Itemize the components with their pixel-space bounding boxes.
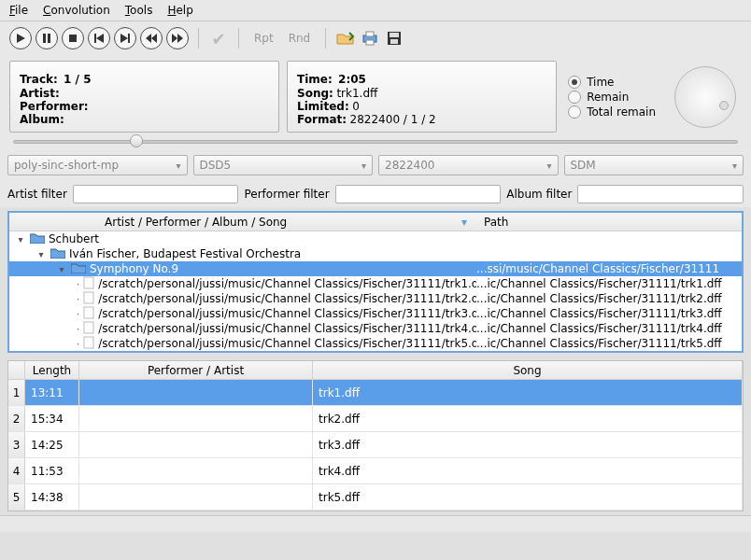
col-performer[interactable]: Performer / Artist	[79, 361, 313, 379]
open-folder-button[interactable]	[335, 28, 356, 49]
playlist-row[interactable]: 514:38trk5.dff	[8, 484, 743, 511]
tree-row[interactable]: ▾Symphony No.9...ssi/music/Channel Class…	[9, 261, 742, 276]
play-button[interactable]	[9, 27, 32, 49]
expander-icon[interactable]: ▾	[15, 234, 26, 245]
svg-rect-19	[84, 292, 93, 303]
seek-slider[interactable]	[0, 134, 751, 153]
radio-dot-icon	[568, 91, 581, 104]
svg-marker-10	[172, 34, 177, 43]
chevron-down-icon: ▾	[176, 161, 180, 171]
info-row: Track: 1 / 5 Artist: Performer: Album: T…	[0, 55, 751, 134]
playlist-row[interactable]: 411:53trk4.dff	[8, 458, 743, 484]
print-button[interactable]	[360, 28, 380, 49]
tree-row[interactable]: ▾Schubert	[9, 231, 742, 246]
file-icon	[79, 306, 98, 322]
svg-marker-8	[146, 34, 151, 43]
tree-row[interactable]: ▾Iván Fischer, Budapest Festival Orchest…	[9, 246, 742, 261]
file-icon	[79, 336, 98, 352]
random-button[interactable]: Rnd	[283, 30, 317, 47]
track-value: 1 / 5	[64, 73, 91, 86]
menu-convolution[interactable]: Convolution	[43, 4, 110, 17]
tree-label: /scratch/personal/jussi/music/Channel Cl…	[98, 307, 476, 320]
format-label: Format:	[297, 113, 347, 126]
svg-marker-0	[17, 34, 25, 43]
stop-button[interactable]	[62, 27, 84, 49]
row-performer	[79, 484, 313, 510]
svg-rect-20	[84, 307, 93, 318]
divider	[238, 28, 239, 49]
time-value: 2:05	[338, 73, 366, 86]
playlist-row[interactable]: 314:25trk3.dff	[8, 432, 743, 458]
tree-col-artist[interactable]: Artist / Performer / Album / Song	[105, 216, 287, 229]
tree-label: Symphony No.9	[90, 262, 178, 275]
svg-rect-7	[128, 34, 130, 43]
tree-row[interactable]: ·/scratch/personal/jussi/music/Channel C…	[9, 276, 742, 291]
svg-rect-4	[94, 34, 96, 43]
rate-combo[interactable]: 2822400▾	[378, 155, 559, 175]
playlist-row[interactable]: 113:11trk1.dff	[8, 380, 743, 406]
seek-track	[13, 140, 738, 144]
row-performer	[79, 380, 313, 405]
tree-row[interactable]: ·/scratch/personal/jussi/music/Channel C…	[9, 321, 742, 336]
tree-label: /scratch/personal/jussi/music/Channel Cl…	[98, 277, 476, 290]
limited-value: 0	[352, 100, 360, 113]
svg-marker-5	[96, 34, 104, 43]
radio-remain[interactable]: Remain	[568, 91, 656, 104]
radio-time[interactable]: Time	[568, 76, 656, 89]
seek-fwd-button[interactable]	[166, 27, 189, 49]
volume-knob[interactable]	[674, 66, 736, 128]
artist-filter-input[interactable]	[73, 185, 239, 203]
tree-label: Schubert	[49, 232, 99, 245]
seek-thumb[interactable]	[130, 134, 143, 147]
svg-rect-17	[390, 39, 398, 44]
expander-icon[interactable]: ▾	[35, 249, 47, 259]
svg-rect-22	[84, 337, 93, 348]
next-track-button[interactable]	[114, 27, 136, 49]
tree-row[interactable]: ·/scratch/personal/jussi/music/Channel C…	[9, 291, 742, 306]
resampler-combo[interactable]: poly-sinc-short-mp▾	[7, 155, 188, 175]
radio-total-remain[interactable]: Total remain	[568, 105, 656, 119]
divider	[198, 28, 199, 49]
row-length: 15:34	[25, 406, 79, 431]
folder-icon	[47, 247, 69, 261]
time-mode-radios: Time Remain Total remain	[564, 61, 659, 133]
file-icon	[79, 276, 98, 292]
svg-rect-3	[69, 35, 77, 42]
row-index: 1	[8, 380, 25, 405]
menu-tools[interactable]: Tools	[125, 4, 153, 17]
row-performer	[79, 458, 313, 483]
tree-header: Artist / Performer / Album / Song▾ Path	[9, 213, 742, 231]
artist-label: Artist:	[20, 87, 60, 100]
tree-row[interactable]: ·/scratch/personal/jussi/music/Channel C…	[9, 306, 742, 321]
playlist-row[interactable]: 215:34trk2.dff	[8, 406, 743, 432]
save-button[interactable]	[384, 28, 404, 49]
menu-file[interactable]: File	[9, 4, 28, 17]
tree-row[interactable]: ·/scratch/personal/jussi/music/Channel C…	[9, 336, 742, 351]
time-panel: Time: 2:05 Song: trk1.dff Limited: 0 For…	[287, 61, 557, 133]
sdm-combo[interactable]: SDM▾	[564, 155, 744, 175]
performer-label: Performer:	[20, 100, 89, 113]
apply-button[interactable]: ✔	[208, 28, 229, 49]
dsd-combo[interactable]: DSD5▾	[193, 155, 374, 175]
svg-rect-1	[43, 34, 46, 43]
statusbar	[0, 515, 751, 532]
album-filter-input[interactable]	[577, 185, 744, 203]
seek-back-button[interactable]	[140, 27, 163, 49]
col-song[interactable]: Song	[313, 361, 743, 379]
repeat-button[interactable]: Rpt	[248, 30, 279, 47]
combo-row: poly-sinc-short-mp▾ DSD5▾ 2822400▾ SDM▾	[0, 153, 751, 181]
prev-track-button[interactable]	[88, 27, 110, 49]
expander-icon[interactable]: ▾	[56, 264, 67, 274]
tree-path: ...ic/Channel Classics/Fischer/31111/trk…	[476, 292, 742, 305]
col-length[interactable]: Length	[25, 361, 79, 379]
playlist-header: Length Performer / Artist Song	[8, 361, 743, 380]
folder-icon	[26, 232, 49, 246]
tree-label: /scratch/personal/jussi/music/Channel Cl…	[98, 337, 476, 350]
pause-button[interactable]	[35, 27, 58, 49]
tree-path: ...ic/Channel Classics/Fischer/31111/trk…	[476, 337, 742, 350]
menu-help[interactable]: Help	[167, 4, 192, 17]
performer-filter-input[interactable]	[335, 185, 502, 203]
toolbar: ✔ Rpt Rnd	[0, 21, 751, 55]
song-value: trk1.dff	[336, 87, 377, 100]
tree-col-path[interactable]: Path	[476, 216, 742, 229]
